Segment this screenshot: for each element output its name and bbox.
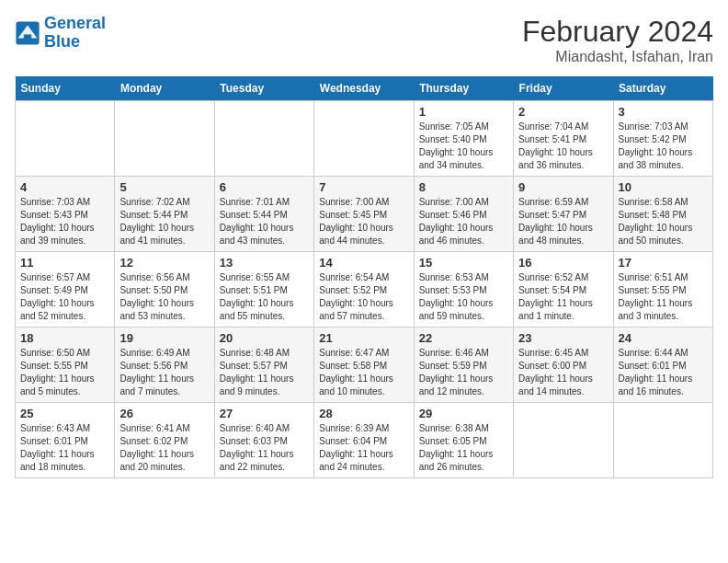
day-number: 10 bbox=[619, 180, 708, 194]
day-info: Sunrise: 6:59 AM Sunset: 5:47 PM Dayligh… bbox=[518, 196, 608, 247]
week-row-3: 11Sunrise: 6:57 AM Sunset: 5:49 PM Dayli… bbox=[16, 252, 713, 327]
day-cell: 5Sunrise: 7:02 AM Sunset: 5:44 PM Daylig… bbox=[115, 177, 214, 252]
day-info: Sunrise: 6:39 AM Sunset: 6:04 PM Dayligh… bbox=[319, 422, 408, 474]
day-cell bbox=[314, 101, 414, 177]
day-info: Sunrise: 6:46 AM Sunset: 5:59 PM Dayligh… bbox=[419, 347, 508, 398]
day-info: Sunrise: 6:53 AM Sunset: 5:53 PM Dayligh… bbox=[419, 271, 508, 323]
weekday-header-row: SundayMondayTuesdayWednesdayThursdayFrid… bbox=[16, 76, 713, 101]
svg-rect-2 bbox=[24, 34, 31, 40]
day-info: Sunrise: 6:40 AM Sunset: 6:03 PM Dayligh… bbox=[220, 422, 309, 474]
day-info: Sunrise: 6:44 AM Sunset: 6:01 PM Dayligh… bbox=[619, 347, 708, 398]
day-cell: 18Sunrise: 6:50 AM Sunset: 5:55 PM Dayli… bbox=[16, 327, 115, 403]
day-number: 18 bbox=[20, 331, 109, 345]
day-number: 25 bbox=[20, 407, 109, 420]
day-cell bbox=[16, 101, 115, 177]
location-title: Miandasht, Isfahan, Iran bbox=[522, 49, 713, 65]
day-number: 6 bbox=[220, 180, 309, 194]
day-info: Sunrise: 6:43 AM Sunset: 6:01 PM Dayligh… bbox=[20, 422, 109, 474]
day-number: 15 bbox=[419, 256, 508, 270]
day-info: Sunrise: 7:03 AM Sunset: 5:42 PM Dayligh… bbox=[619, 121, 708, 172]
logo: General Blue bbox=[15, 15, 106, 52]
day-cell: 15Sunrise: 6:53 AM Sunset: 5:53 PM Dayli… bbox=[414, 252, 513, 327]
day-cell: 27Sunrise: 6:40 AM Sunset: 6:03 PM Dayli… bbox=[214, 403, 313, 478]
week-row-4: 18Sunrise: 6:50 AM Sunset: 5:55 PM Dayli… bbox=[16, 327, 713, 403]
day-info: Sunrise: 6:54 AM Sunset: 5:52 PM Dayligh… bbox=[319, 271, 408, 323]
day-cell: 10Sunrise: 6:58 AM Sunset: 5:48 PM Dayli… bbox=[613, 177, 712, 252]
day-info: Sunrise: 6:55 AM Sunset: 5:51 PM Dayligh… bbox=[220, 271, 309, 323]
day-number: 27 bbox=[220, 407, 309, 420]
day-cell: 2Sunrise: 7:04 AM Sunset: 5:41 PM Daylig… bbox=[514, 101, 613, 177]
calendar-table: SundayMondayTuesdayWednesdayThursdayFrid… bbox=[15, 76, 713, 478]
day-number: 17 bbox=[619, 256, 708, 270]
day-number: 8 bbox=[419, 180, 508, 194]
day-info: Sunrise: 7:00 AM Sunset: 5:45 PM Dayligh… bbox=[319, 196, 408, 247]
day-info: Sunrise: 6:48 AM Sunset: 5:57 PM Dayligh… bbox=[220, 347, 309, 398]
day-cell bbox=[613, 403, 712, 478]
day-cell: 24Sunrise: 6:44 AM Sunset: 6:01 PM Dayli… bbox=[613, 327, 712, 403]
weekday-header-sunday: Sunday bbox=[16, 76, 115, 101]
logo-text: General Blue bbox=[44, 15, 106, 52]
day-number: 9 bbox=[518, 180, 608, 194]
day-info: Sunrise: 6:58 AM Sunset: 5:48 PM Dayligh… bbox=[619, 196, 708, 247]
day-info: Sunrise: 6:50 AM Sunset: 5:55 PM Dayligh… bbox=[20, 347, 109, 398]
day-cell bbox=[115, 101, 214, 177]
day-cell: 4Sunrise: 7:03 AM Sunset: 5:43 PM Daylig… bbox=[16, 177, 115, 252]
day-cell: 3Sunrise: 7:03 AM Sunset: 5:42 PM Daylig… bbox=[613, 101, 712, 177]
weekday-header-saturday: Saturday bbox=[613, 76, 712, 101]
day-number: 21 bbox=[319, 331, 408, 345]
day-info: Sunrise: 7:02 AM Sunset: 5:44 PM Dayligh… bbox=[119, 196, 209, 247]
day-info: Sunrise: 6:51 AM Sunset: 5:55 PM Dayligh… bbox=[619, 271, 708, 323]
day-cell: 19Sunrise: 6:49 AM Sunset: 5:56 PM Dayli… bbox=[115, 327, 214, 403]
day-cell: 29Sunrise: 6:38 AM Sunset: 6:05 PM Dayli… bbox=[414, 403, 513, 478]
day-info: Sunrise: 7:04 AM Sunset: 5:41 PM Dayligh… bbox=[518, 121, 608, 172]
day-number: 20 bbox=[220, 331, 309, 345]
day-cell: 12Sunrise: 6:56 AM Sunset: 5:50 PM Dayli… bbox=[115, 252, 214, 327]
week-row-2: 4Sunrise: 7:03 AM Sunset: 5:43 PM Daylig… bbox=[16, 177, 713, 252]
day-info: Sunrise: 6:41 AM Sunset: 6:02 PM Dayligh… bbox=[119, 422, 209, 474]
day-number: 3 bbox=[619, 105, 708, 119]
day-number: 14 bbox=[319, 256, 408, 270]
month-title: February 2024 bbox=[522, 15, 713, 49]
day-info: Sunrise: 6:38 AM Sunset: 6:05 PM Dayligh… bbox=[419, 422, 508, 474]
title-block: February 2024 Miandasht, Isfahan, Iran bbox=[522, 15, 713, 65]
day-cell: 16Sunrise: 6:52 AM Sunset: 5:54 PM Dayli… bbox=[514, 252, 613, 327]
day-cell: 14Sunrise: 6:54 AM Sunset: 5:52 PM Dayli… bbox=[314, 252, 414, 327]
day-info: Sunrise: 7:01 AM Sunset: 5:44 PM Dayligh… bbox=[220, 196, 309, 247]
weekday-header-thursday: Thursday bbox=[414, 76, 513, 101]
day-number: 24 bbox=[619, 331, 708, 345]
day-cell bbox=[514, 403, 613, 478]
day-number: 2 bbox=[518, 105, 608, 119]
weekday-header-tuesday: Tuesday bbox=[214, 76, 313, 101]
day-info: Sunrise: 6:47 AM Sunset: 5:58 PM Dayligh… bbox=[319, 347, 408, 398]
logo-icon bbox=[15, 20, 40, 46]
day-info: Sunrise: 7:05 AM Sunset: 5:40 PM Dayligh… bbox=[419, 121, 508, 172]
day-number: 11 bbox=[20, 256, 109, 270]
day-number: 16 bbox=[518, 256, 608, 270]
day-cell: 1Sunrise: 7:05 AM Sunset: 5:40 PM Daylig… bbox=[414, 101, 513, 177]
day-info: Sunrise: 6:45 AM Sunset: 6:00 PM Dayligh… bbox=[518, 347, 608, 398]
day-cell: 28Sunrise: 6:39 AM Sunset: 6:04 PM Dayli… bbox=[314, 403, 414, 478]
day-number: 4 bbox=[20, 180, 109, 194]
day-cell: 21Sunrise: 6:47 AM Sunset: 5:58 PM Dayli… bbox=[314, 327, 414, 403]
day-cell: 17Sunrise: 6:51 AM Sunset: 5:55 PM Dayli… bbox=[613, 252, 712, 327]
week-row-5: 25Sunrise: 6:43 AM Sunset: 6:01 PM Dayli… bbox=[16, 403, 713, 478]
day-cell: 8Sunrise: 7:00 AM Sunset: 5:46 PM Daylig… bbox=[414, 177, 513, 252]
day-number: 1 bbox=[419, 105, 508, 119]
day-number: 7 bbox=[319, 180, 408, 194]
day-cell: 6Sunrise: 7:01 AM Sunset: 5:44 PM Daylig… bbox=[214, 177, 313, 252]
day-cell: 9Sunrise: 6:59 AM Sunset: 5:47 PM Daylig… bbox=[514, 177, 613, 252]
day-cell: 7Sunrise: 7:00 AM Sunset: 5:45 PM Daylig… bbox=[314, 177, 414, 252]
day-cell: 13Sunrise: 6:55 AM Sunset: 5:51 PM Dayli… bbox=[214, 252, 313, 327]
page-header: General Blue February 2024 Miandasht, Is… bbox=[15, 15, 713, 65]
day-number: 19 bbox=[119, 331, 209, 345]
day-cell: 22Sunrise: 6:46 AM Sunset: 5:59 PM Dayli… bbox=[414, 327, 513, 403]
day-cell: 26Sunrise: 6:41 AM Sunset: 6:02 PM Dayli… bbox=[115, 403, 214, 478]
day-info: Sunrise: 6:52 AM Sunset: 5:54 PM Dayligh… bbox=[518, 271, 608, 323]
day-number: 22 bbox=[419, 331, 508, 345]
day-number: 23 bbox=[518, 331, 608, 345]
day-cell: 20Sunrise: 6:48 AM Sunset: 5:57 PM Dayli… bbox=[214, 327, 313, 403]
day-info: Sunrise: 7:03 AM Sunset: 5:43 PM Dayligh… bbox=[20, 196, 109, 247]
day-number: 28 bbox=[319, 407, 408, 420]
day-info: Sunrise: 6:57 AM Sunset: 5:49 PM Dayligh… bbox=[20, 271, 109, 323]
weekday-header-monday: Monday bbox=[115, 76, 214, 101]
